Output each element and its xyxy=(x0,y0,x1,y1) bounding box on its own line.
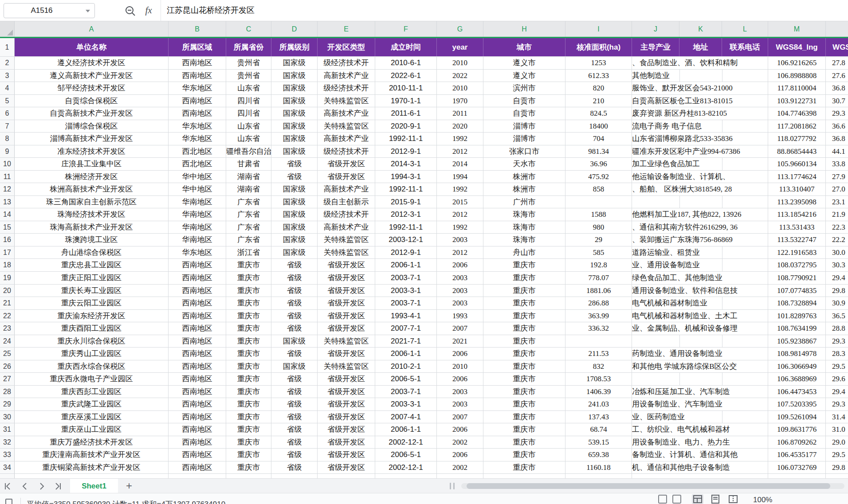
cell-I7[interactable]: 18400 xyxy=(565,120,632,133)
row-number-21[interactable]: 21 xyxy=(0,297,15,309)
cell-I10[interactable]: 36.96 xyxy=(565,158,632,170)
cell-B27[interactable]: 西南地区 xyxy=(169,373,226,385)
cell-C27[interactable]: 重庆市 xyxy=(226,373,271,385)
cell-partial[interactable] xyxy=(15,474,169,478)
tab-sheet1[interactable]: Sheet1 xyxy=(70,479,118,493)
cell-A24[interactable]: 重庆永川综合保税区 xyxy=(15,335,169,348)
cell-M24[interactable]: 105.9238867 xyxy=(768,335,826,348)
cell-N24[interactable]: 29.3 xyxy=(826,335,848,348)
cell-D33[interactable]: 省级 xyxy=(271,449,318,461)
row-number-18[interactable]: 18 xyxy=(0,259,15,271)
cell-G14[interactable]: 2012 xyxy=(437,208,483,221)
row-number-12[interactable]: 12 xyxy=(0,183,15,195)
row-number-34[interactable]: 34 xyxy=(0,461,15,474)
cell-N15[interactable]: 22.3 xyxy=(826,221,848,234)
cell-G10[interactable]: 2014 xyxy=(437,158,483,170)
cell-G13[interactable]: 2015 xyxy=(437,196,483,208)
cell-B18[interactable]: 西南地区 xyxy=(169,259,226,271)
eye-protect-icon[interactable] xyxy=(672,495,681,504)
cell-N8[interactable]: 36.8 xyxy=(826,133,848,145)
cell-F4[interactable]: 2010-11-1 xyxy=(375,82,437,94)
cell-N6[interactable]: 29.3 xyxy=(826,107,848,120)
cell-D25[interactable]: 省级 xyxy=(271,348,318,360)
column-letter-B[interactable]: B xyxy=(169,21,226,37)
cell-I17[interactable]: 585 xyxy=(565,246,632,259)
cell-B7[interactable]: 华东地区 xyxy=(169,120,226,133)
cell-N16[interactable]: 22.2 xyxy=(826,234,848,246)
cell-B9[interactable]: 西北地区 xyxy=(169,145,226,158)
cell-E8[interactable]: 高新技术产业 xyxy=(318,133,375,145)
cell-I2[interactable]: 1253 xyxy=(565,57,632,69)
cell-F19[interactable]: 2003-7-1 xyxy=(375,272,437,284)
cell-F20[interactable]: 2003-3-1 xyxy=(375,285,437,297)
cell-H30[interactable]: 重庆市 xyxy=(483,411,565,423)
cell-C26[interactable]: 重庆市 xyxy=(226,360,271,373)
name-box[interactable]: A1516 xyxy=(4,3,95,18)
cell-J3[interactable]: 其他制造业 xyxy=(632,70,768,82)
cell-H9[interactable]: 张家口市 xyxy=(483,145,565,158)
cell-C4[interactable]: 山东省 xyxy=(226,82,271,94)
row-number-27[interactable]: 27 xyxy=(0,373,15,385)
cell-M32[interactable]: 106.8709262 xyxy=(768,436,826,449)
cell-H8[interactable]: 淄博市 xyxy=(483,133,565,145)
cell-C33[interactable]: 重庆市 xyxy=(226,449,271,461)
cell-I14[interactable]: 1588 xyxy=(565,208,632,221)
row-number-1[interactable]: 1 xyxy=(0,38,15,56)
cell-C7[interactable]: 山东省 xyxy=(226,120,271,133)
cell-G29[interactable]: 2003 xyxy=(437,398,483,410)
cell-A31[interactable]: 重庆巫山工业园区 xyxy=(15,423,169,436)
cell-C17[interactable]: 浙江省 xyxy=(226,246,271,259)
cell-I23[interactable]: 336.32 xyxy=(565,322,632,335)
cell-F33[interactable]: 2006-5-1 xyxy=(375,449,437,461)
row-number-2[interactable]: 2 xyxy=(0,57,15,69)
cell-I5[interactable]: 210 xyxy=(565,95,632,107)
row-number-11[interactable]: 11 xyxy=(0,171,15,183)
cell-partial[interactable] xyxy=(565,474,632,478)
cell-D22[interactable]: 省级 xyxy=(271,310,318,322)
cell-M9[interactable]: 88.86854443 xyxy=(768,145,826,158)
cell-H34[interactable]: 重庆市 xyxy=(483,461,565,474)
cell-F32[interactable]: 2002-12-1 xyxy=(375,436,437,449)
cell-B28[interactable]: 西南地区 xyxy=(169,386,226,398)
cell-A30[interactable]: 重庆巫溪工业园区 xyxy=(15,411,169,423)
cell-G2[interactable]: 2010 xyxy=(437,57,483,69)
cell-G8[interactable]: 1992 xyxy=(437,133,483,145)
cell-A23[interactable]: 重庆酉阳工业园区 xyxy=(15,322,169,335)
cell-N26[interactable]: 29.5 xyxy=(826,360,848,373)
document-icon[interactable] xyxy=(658,495,667,504)
cell-partial[interactable] xyxy=(768,474,826,478)
cell-E22[interactable]: 省级开发区 xyxy=(318,310,375,322)
cell-G11[interactable]: 1994 xyxy=(437,171,483,183)
cell-N11[interactable]: 27.9 xyxy=(826,171,848,183)
cell-C18[interactable]: 重庆市 xyxy=(226,259,271,271)
cell-I33[interactable]: 659.38 xyxy=(565,449,632,461)
row-number-13[interactable]: 13 xyxy=(0,196,15,208)
cell-A33[interactable]: 重庆潼南高新技术产业开发区 xyxy=(15,449,169,461)
cell-G5[interactable]: 1970 xyxy=(437,95,483,107)
cell-J11[interactable]: 他运输设备制造业、计算机、 xyxy=(632,171,768,183)
cell-I4[interactable]: 820 xyxy=(565,82,632,94)
cell-H31[interactable]: 重庆市 xyxy=(483,423,565,436)
cell-J20[interactable]: 通用设备制造业、软件和信息技 xyxy=(632,285,768,297)
last-sheet-icon[interactable] xyxy=(53,482,62,491)
cell-C3[interactable]: 贵州省 xyxy=(226,70,271,82)
cell-G9[interactable]: 2012 xyxy=(437,145,483,158)
cell-M31[interactable]: 109.8631776 xyxy=(768,423,826,436)
column-letter-J[interactable]: J xyxy=(632,21,679,37)
pane-splitter-handle[interactable] xyxy=(453,483,455,489)
cell-E32[interactable]: 省级开发区 xyxy=(318,436,375,449)
cell-M11[interactable]: 113.1774624 xyxy=(768,171,826,183)
cell-C6[interactable]: 四川省 xyxy=(226,107,271,120)
cell-D17[interactable]: 国家级 xyxy=(271,246,318,259)
cell-E21[interactable]: 省级开发区 xyxy=(318,297,375,309)
page-break-view-icon[interactable] xyxy=(727,494,739,504)
cell-reference[interactable]: A1516 xyxy=(4,4,79,18)
column-letter-E[interactable]: E xyxy=(318,21,375,37)
cell-H32[interactable]: 重庆市 xyxy=(483,436,565,449)
cell-F18[interactable]: 2006-1-1 xyxy=(375,259,437,271)
cell-G16[interactable]: 2003 xyxy=(437,234,483,246)
cell-I29[interactable]: 241.03 xyxy=(565,398,632,410)
cell-J2[interactable]: 、食品制造业、酒、饮料和精制 xyxy=(632,57,768,69)
cell-I27[interactable]: 1708.53 xyxy=(565,373,632,385)
column-header-8[interactable]: 城市 xyxy=(483,38,565,56)
